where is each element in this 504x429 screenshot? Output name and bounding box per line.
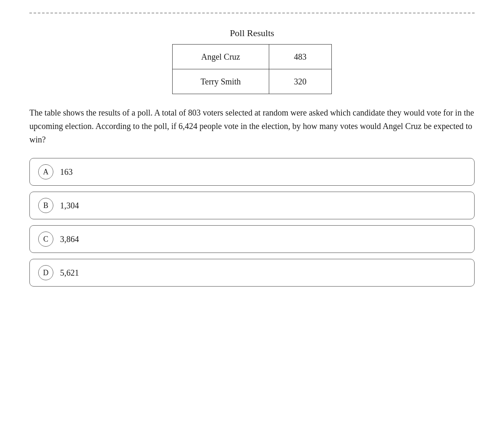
option-c[interactable]: C3,864 <box>29 225 475 253</box>
poll-votes: 483 <box>269 45 331 69</box>
poll-section: Poll Results Angel Cruz483Terry Smith320 <box>29 26 475 94</box>
poll-candidate: Angel Cruz <box>173 45 269 69</box>
option-a[interactable]: A163 <box>29 158 475 186</box>
option-d-circle: D <box>38 265 53 280</box>
option-b[interactable]: B1,304 <box>29 192 475 219</box>
poll-title: Poll Results <box>230 26 274 40</box>
poll-candidate: Terry Smith <box>173 69 269 94</box>
top-border <box>29 13 475 13</box>
answer-options: A163B1,304C3,864D5,621 <box>29 158 475 287</box>
option-c-circle: C <box>38 232 53 247</box>
option-b-text: 1,304 <box>60 199 79 212</box>
question-text: The table shows the results of a poll. A… <box>29 106 475 146</box>
option-a-text: 163 <box>60 166 73 178</box>
poll-votes: 320 <box>269 69 331 94</box>
poll-table: Angel Cruz483Terry Smith320 <box>172 44 332 94</box>
option-c-text: 3,864 <box>60 233 79 245</box>
option-d-text: 5,621 <box>60 266 79 279</box>
option-a-circle: A <box>38 164 53 179</box>
option-b-circle: B <box>38 198 53 213</box>
option-d[interactable]: D5,621 <box>29 259 475 287</box>
